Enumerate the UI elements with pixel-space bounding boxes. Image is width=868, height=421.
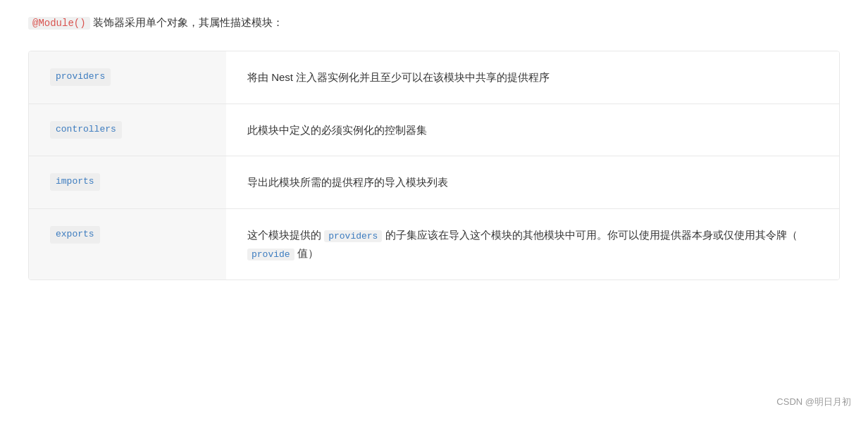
value-cell: 导出此模块所需的提供程序的导入模块列表 [226,156,839,208]
property-key-badge: exports [50,226,100,244]
intro-line: @Module() 装饰器采用单个对象，其属性描述模块： [28,14,840,31]
intro-text: 装饰器采用单个对象，其属性描述模块： [90,16,283,28]
property-key-badge: providers [50,68,111,86]
table-row: imports 导出此模块所需的提供程序的导入模块列表 [29,156,839,209]
property-key-badge: controllers [50,121,122,139]
property-key-badge: imports [50,173,100,191]
properties-table: providers 将由 Nest 注入器实例化并且至少可以在该模块中共享的提供… [28,51,840,280]
key-cell: providers [29,51,226,103]
table-row: exports 这个模块提供的 providers 的子集应该在导入这个模块的其… [29,209,839,279]
value-cell: 将由 Nest 注入器实例化并且至少可以在该模块中共享的提供程序 [226,51,839,103]
exports-text-3: 值） [294,247,318,259]
exports-text-1: 这个模块提供的 [247,229,324,241]
value-cell: 此模块中定义的必须实例化的控制器集 [226,104,839,156]
value-cell-exports: 这个模块提供的 providers 的子集应该在导入这个模块的其他模块中可用。你… [226,209,839,279]
key-cell: exports [29,209,226,279]
module-decorator-code: @Module() [28,17,90,30]
table-row: controllers 此模块中定义的必须实例化的控制器集 [29,104,839,157]
exports-text-2: 的子集应该在导入这个模块的其他模块中可用。你可以使用提供器本身或仅使用其令牌（ [382,229,797,241]
table-row: providers 将由 Nest 注入器实例化并且至少可以在该模块中共享的提供… [29,51,839,104]
key-cell: controllers [29,104,226,156]
exports-code-provide: provide [247,249,294,260]
exports-code-providers: providers [324,230,382,242]
footer-attribution: CSDN @明日月初 [776,395,851,410]
key-cell: imports [29,156,226,208]
